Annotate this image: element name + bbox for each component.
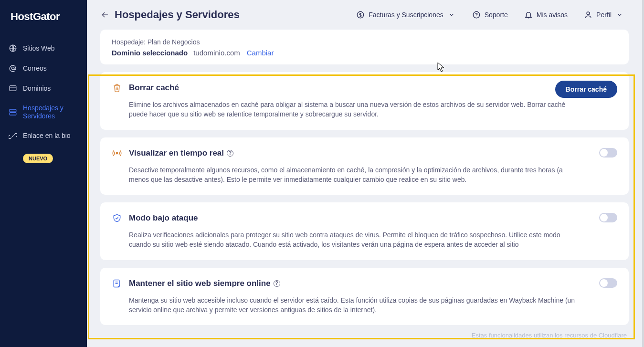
header-label: Facturas y Suscripciones (369, 11, 443, 19)
new-badge: NUEVO (23, 154, 53, 163)
page-header: Hospedajes y Servidores Facturas y Suscr… (87, 0, 644, 30)
setting-description: Elimine los archivos almacenados en cach… (112, 100, 615, 119)
header-support[interactable]: Soporte (472, 11, 508, 19)
shield-icon (112, 213, 122, 223)
svg-point-1 (11, 67, 14, 69)
broadcast-icon (112, 148, 122, 158)
hosting-info-card: Hospedaje: Plan de Negocios Dominio sele… (100, 30, 629, 64)
svg-rect-4 (10, 113, 16, 115)
globe-icon (9, 44, 17, 53)
selected-domain-line: Dominio seleccionado tudominio.com Cambi… (112, 49, 617, 57)
nav-enlace-bio[interactable]: Enlace en la bio NUEVO (0, 126, 87, 169)
header-label: Soporte (485, 11, 508, 19)
at-icon (9, 64, 17, 73)
page-title: Hospedajes y Servidores (115, 9, 240, 21)
svg-point-8 (116, 152, 117, 154)
bell-icon (524, 11, 533, 19)
setting-description: Desactive temporalmente algunos recursos… (112, 165, 615, 185)
domain-value: tudominio.com (193, 49, 240, 57)
attack-mode-toggle[interactable] (599, 213, 617, 222)
chevron-down-icon (615, 11, 624, 19)
hosting-plan-line: Hospedaje: Plan de Negocios (112, 38, 617, 46)
server-icon (9, 108, 17, 116)
nav-label: Correos (23, 64, 47, 73)
realtime-toggle[interactable] (599, 148, 617, 158)
header-invoices[interactable]: Facturas y Suscripciones (356, 11, 455, 19)
user-icon (584, 11, 592, 19)
link-icon (9, 132, 17, 140)
setting-title: Borrar caché (129, 83, 179, 93)
nav-label: Sitios Web (23, 44, 55, 53)
setting-description: Realiza verificaciones adicionales para … (112, 230, 615, 250)
header-profile[interactable]: Perfil (584, 11, 624, 19)
nav-label: Enlace en la bio (23, 132, 71, 140)
cloudflare-footer-note: Estas funcionalidades utilizan los recur… (100, 332, 629, 339)
window-icon (9, 84, 17, 93)
svg-point-7 (587, 12, 590, 15)
always-online-toggle[interactable] (599, 278, 617, 288)
dollar-icon (356, 11, 365, 19)
help-tooltip-icon[interactable]: ? (274, 280, 280, 287)
nav-correos[interactable]: Correos (0, 58, 87, 78)
domain-label: Dominio seleccionado (112, 49, 188, 57)
nav-dominios[interactable]: Dominios (0, 78, 87, 98)
back-button[interactable] (100, 10, 110, 20)
header-notifications[interactable]: Mis avisos (524, 11, 568, 19)
always-online-card: Mantener el sitio web siempre online ? M… (100, 268, 629, 326)
brand-logo: HostGator (0, 0, 87, 33)
sidebar: HostGator Sitios Web Correos Dominios Ho… (0, 0, 87, 347)
chevron-down-icon (447, 11, 456, 19)
setting-title: Visualizar en tiempo real ? (129, 148, 233, 158)
realtime-view-card: Visualizar en tiempo real ? Desactive te… (100, 137, 629, 195)
header-label: Perfil (596, 11, 612, 19)
svg-rect-3 (10, 109, 16, 112)
setting-title: Mantener el sitio web siempre online ? (129, 279, 280, 288)
svg-rect-2 (10, 86, 16, 91)
main-nav: Sitios Web Correos Dominios Hospedajes y… (0, 38, 87, 169)
help-tooltip-icon[interactable]: ? (227, 150, 233, 157)
nav-label: Hospedajes y Servidores (23, 104, 78, 120)
nav-hospedajes[interactable]: Hospedajes y Servidores (0, 98, 87, 126)
trash-icon (112, 83, 122, 93)
nav-sitios-web[interactable]: Sitios Web (0, 38, 87, 58)
clear-cache-button[interactable]: Borrar caché (555, 81, 617, 98)
header-label: Mis avisos (537, 11, 568, 19)
header-actions: Facturas y Suscripciones Soporte Mis avi… (356, 11, 624, 19)
page-check-icon (112, 278, 122, 289)
nav-label: Dominios (23, 84, 51, 93)
main-content: Hospedaje: Plan de Negocios Dominio sele… (87, 30, 644, 347)
attack-mode-card: Modo bajo ataque Realiza verificaciones … (100, 202, 629, 260)
help-icon (472, 11, 481, 19)
change-domain-link[interactable]: Cambiar (247, 49, 274, 57)
clear-cache-card: Borrar caché Borrar caché Elimine los ar… (100, 72, 629, 130)
setting-title: Modo bajo ataque (129, 213, 198, 223)
setting-description: Mantenga su sitio web accesible incluso … (112, 295, 615, 315)
